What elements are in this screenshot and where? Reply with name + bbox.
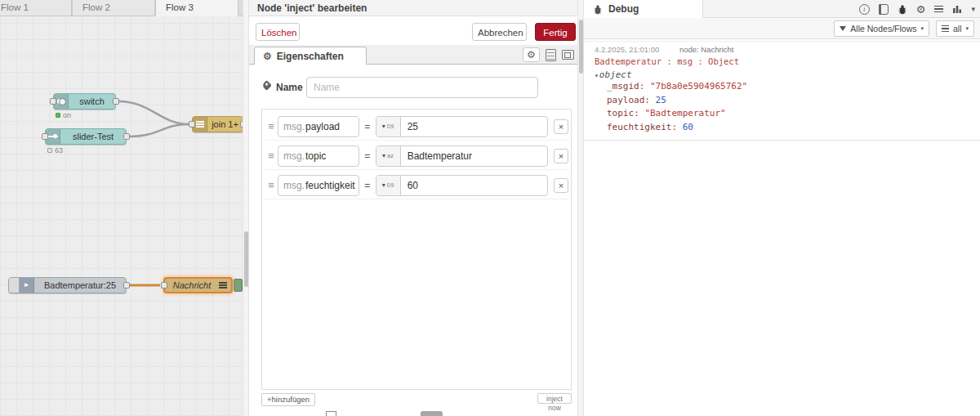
help-icon[interactable] [879, 4, 889, 15]
inject-now-button[interactable]: inject now [537, 393, 572, 404]
wire-layer [0, 0, 243, 416]
input-port[interactable] [42, 133, 48, 140]
debug-property[interactable]: topic"Badtemperatur" [607, 107, 980, 121]
flow-tab-2[interactable]: Flow 2 [72, 0, 155, 16]
debug-message[interactable]: 4.2.2025, 21:01:00 node: Nachricht Badte… [584, 41, 980, 141]
node-join[interactable]: join 1+ [192, 116, 243, 132]
property-value-input[interactable]: ▾ 09 25 [376, 116, 548, 137]
type-icon: 09 [387, 123, 394, 129]
inject-icon: ► [20, 278, 34, 293]
status-text: on [63, 111, 71, 119]
msg-prefix: msg. [283, 121, 305, 132]
output-port[interactable] [123, 282, 130, 289]
property-key: topic [607, 108, 644, 119]
flow-canvas[interactable]: Flow 1 Flow 2 Flow 3 switch on slider-Te… [0, 0, 243, 416]
scrollbar-thumb[interactable] [579, 20, 583, 74]
output-port[interactable] [123, 133, 130, 140]
chevron-down-icon: ▾ [382, 152, 385, 159]
node-switch-status: on [56, 111, 71, 119]
wire[interactable] [129, 124, 189, 136]
tag-icon [261, 80, 272, 91]
debug-property[interactable]: feuchtigkeit60 [607, 121, 980, 135]
tab-label: Eigenschaften [277, 51, 344, 62]
input-port[interactable] [189, 121, 195, 127]
property-value: Badtemperatur [401, 150, 472, 162]
drag-handle-icon[interactable]: ≡ [265, 120, 278, 132]
inject-trigger-button[interactable] [9, 278, 20, 293]
delete-row-button[interactable]: × [554, 178, 568, 193]
debug-enable-toggle[interactable] [234, 279, 243, 292]
node-slider-test[interactable]: slider-Test [45, 128, 127, 145]
property-key: payload [305, 121, 340, 132]
output-port[interactable] [113, 98, 119, 105]
input-port[interactable] [161, 282, 167, 289]
done-button[interactable]: Fertig [535, 23, 576, 41]
repeat-checkbox[interactable] [326, 411, 336, 416]
node-switch[interactable]: switch [53, 93, 116, 110]
tray-scrollbar[interactable] [577, 0, 584, 416]
property-value-input[interactable]: ▾ 09 60 [376, 175, 548, 196]
property-name-input[interactable]: msg. payload [278, 116, 359, 137]
property-value-input[interactable]: ▾ az Badtemperatur [376, 145, 548, 167]
chevron-down-icon: ▾ [920, 25, 924, 32]
add-property-button[interactable]: +hinzufügen [261, 393, 315, 406]
filter-icon [840, 26, 846, 31]
delete-node-button[interactable]: Löschen [256, 23, 300, 41]
node-slider-status: 63 [47, 146, 63, 154]
type-select-button[interactable]: ▾ 09 [376, 176, 401, 195]
dashboard-chart-icon[interactable] [952, 4, 962, 14]
wire[interactable] [118, 101, 189, 124]
msg-prefix: msg. [283, 180, 305, 191]
drag-handle-icon[interactable]: ≡ [265, 179, 278, 191]
delete-row-button[interactable]: × [554, 119, 568, 134]
info-icon[interactable]: i [859, 4, 870, 15]
canvas-scrollbar[interactable] [243, 0, 249, 416]
filter-button-label: Alle Nodes/Flows [850, 24, 916, 34]
name-input[interactable] [306, 77, 538, 98]
sidebar-menu-caret-icon[interactable]: ▾ [971, 5, 975, 13]
flow-tab-label: Flow 1 [1, 2, 29, 12]
scrollbar-thumb[interactable] [244, 231, 248, 287]
input-port[interactable] [50, 98, 56, 105]
collapse-caret-icon[interactable]: ▾ [595, 72, 599, 79]
tab-properties[interactable]: ⚙ Eigenschaften [254, 47, 367, 65]
property-key: _msgid [607, 81, 650, 92]
cancel-button[interactable]: Abbrechen [472, 23, 527, 41]
debug-tab-icon[interactable] [898, 4, 907, 15]
debug-filter-button[interactable]: Alle Nodes/Flows ▾ [834, 20, 929, 37]
partial-button[interactable] [421, 411, 443, 416]
config-nodes-icon[interactable]: ⚙ [916, 4, 926, 15]
tab-debug[interactable]: Debug [584, 0, 703, 18]
debug-property[interactable]: payload25 [607, 94, 980, 108]
property-name-input[interactable]: msg. topic [278, 145, 359, 167]
debug-sink-icon [219, 282, 227, 289]
description-tab-icon[interactable] [546, 49, 556, 61]
drag-handle-icon[interactable]: ≡ [265, 150, 278, 162]
scope-button-label: all [953, 24, 962, 34]
equals-label: = [359, 180, 376, 191]
flow-tab-3[interactable]: Flow 3 [155, 0, 238, 16]
flow-tab-1[interactable]: Flow 1 [0, 0, 72, 16]
output-port[interactable] [240, 121, 243, 127]
flow-tab-label: Flow 3 [166, 2, 194, 12]
delete-row-button[interactable]: × [554, 149, 568, 163]
appearance-tab-icon[interactable] [562, 50, 574, 60]
context-data-icon[interactable] [934, 6, 943, 13]
chevron-down-icon: ▾ [965, 25, 969, 32]
gear-icon: ⚙ [527, 50, 536, 60]
type-select-button[interactable]: ▾ az [376, 146, 401, 166]
node-inject-badtemperatur[interactable]: ► Badtemperatur:25 [8, 277, 127, 293]
node-settings-button[interactable]: ⚙ [523, 47, 540, 62]
tray-title: Node 'inject' bearbeiten [249, 0, 577, 16]
node-debug-nachricht[interactable]: Nachricht [163, 277, 233, 293]
type-select-button[interactable]: ▾ 09 [376, 117, 401, 136]
property-value: 25 [656, 95, 666, 105]
debug-property[interactable]: _msgid"7b8a0e5904965762" [607, 80, 980, 94]
debug-scope-button[interactable]: all ▾ [936, 20, 974, 37]
property-value: "Badtemperatur" [644, 108, 725, 119]
property-value: 25 [401, 121, 418, 132]
object-row[interactable]: ▾object [595, 69, 980, 80]
property-name-input[interactable]: msg. feuchtigkeit [278, 175, 359, 196]
node-red-workspace: Flow 1 Flow 2 Flow 3 switch on slider-Te… [0, 0, 980, 416]
object-type-label: object [599, 69, 632, 80]
